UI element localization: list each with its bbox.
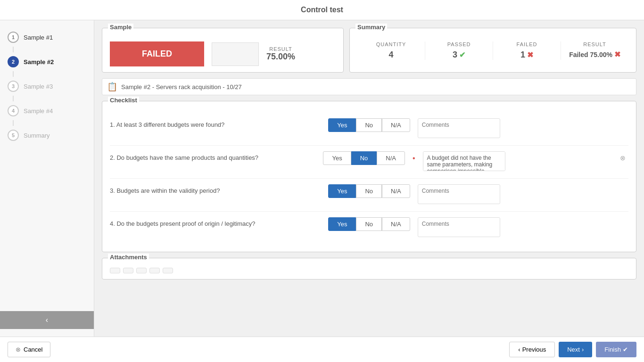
- answer-na-1[interactable]: N/A: [382, 118, 410, 132]
- step-circle-3: 3: [8, 81, 19, 92]
- comment-1[interactable]: [418, 118, 500, 138]
- checklist-item-2: 2. Do budgets have the same products and…: [110, 146, 628, 179]
- required-indicator-2: •: [413, 154, 415, 163]
- answer-no-4[interactable]: No: [356, 217, 382, 231]
- summary-legend: Summary: [355, 24, 387, 31]
- failed-value: 1 ✖: [499, 50, 555, 60]
- answer-yes-3[interactable]: Yes: [328, 184, 356, 198]
- attachment-btn-2[interactable]: [123, 268, 133, 273]
- finish-button[interactable]: Finish ✔: [596, 342, 636, 357]
- result-label: RESULT: [266, 46, 295, 52]
- footer-left: ⊗ Cancel: [8, 342, 50, 357]
- main-content: Sample FAILED RESULT 75.00% Summary QUAN…: [94, 20, 644, 337]
- step-circle-2: 2: [8, 56, 19, 67]
- checklist-legend: Checklist: [108, 97, 139, 104]
- step-circle-1: 1: [8, 32, 19, 43]
- sidebar: 1 Sample #1 2 Sample #2 3 Sample #3 4 Sa…: [0, 20, 94, 337]
- passed-check-icon: ✔: [459, 50, 465, 59]
- sidebar-label-4: Sample #4: [24, 107, 53, 115]
- quantity-value: 4: [363, 50, 419, 60]
- finish-label: Finish: [604, 346, 621, 353]
- attachment-btn-4[interactable]: [149, 268, 160, 273]
- step-circle-5: 5: [8, 130, 19, 141]
- top-row: Sample FAILED RESULT 75.00% Summary QUAN…: [102, 28, 636, 73]
- footer: ⊗ Cancel ‹ Previous Next › Finish ✔: [0, 337, 644, 362]
- comment-clear-2[interactable]: ⊗: [620, 154, 626, 162]
- sidebar-collapse-button[interactable]: ‹: [0, 311, 94, 329]
- sidebar-label-3: Sample #3: [24, 83, 53, 90]
- answer-na-4[interactable]: N/A: [382, 217, 410, 231]
- summary-failed: FAILED 1 ✖: [493, 41, 561, 60]
- sidebar-label-5: Summary: [24, 132, 50, 139]
- sidebar-item-sample3[interactable]: 3 Sample #3: [0, 77, 94, 96]
- sidebar-item-sample1[interactable]: 1 Sample #1: [0, 28, 94, 47]
- answer-yes-4[interactable]: Yes: [328, 217, 356, 231]
- sample-panel: Sample FAILED RESULT 75.00%: [102, 28, 344, 73]
- failed-label: FAILED: [499, 41, 555, 47]
- prev-chevron-icon: ‹: [518, 346, 520, 353]
- attachment-btn-5[interactable]: [163, 268, 173, 273]
- sample-legend: Sample: [108, 24, 133, 31]
- question-2: 2. Do budgets have the same products and…: [110, 151, 315, 161]
- answer-no-1[interactable]: No: [356, 118, 382, 132]
- comment-container-1: [418, 118, 628, 140]
- page-title: Control test: [0, 0, 644, 20]
- passed-label: PASSED: [431, 41, 487, 47]
- sidebar-item-summary[interactable]: 5 Summary: [0, 126, 94, 145]
- step-connector-1: [13, 47, 14, 52]
- passed-value: 3 ✔: [431, 50, 487, 60]
- result-cross-icon: ✖: [614, 50, 620, 59]
- breadcrumb: 📋 Sample #2 - Servers rack acquisition -…: [102, 78, 636, 95]
- question-3: 3. Budgets are within the validity perio…: [110, 184, 321, 194]
- comment-4[interactable]: [418, 217, 500, 237]
- attachment-btn-3[interactable]: [136, 268, 147, 273]
- answer-group-4: Yes No N/A: [328, 217, 410, 231]
- comment-container-2: A budget did not have the same parameter…: [423, 151, 628, 173]
- answer-yes-1[interactable]: Yes: [328, 118, 356, 132]
- sample-content: FAILED RESULT 75.00%: [110, 41, 336, 66]
- result-col-value: Failed 75.00% ✖: [567, 50, 623, 59]
- next-label: Next: [567, 346, 580, 353]
- finish-check-icon: ✔: [623, 346, 628, 353]
- sidebar-label-1: Sample #1: [24, 34, 53, 41]
- cancel-button[interactable]: ⊗ Cancel: [8, 342, 50, 357]
- failed-cross-icon: ✖: [527, 50, 533, 59]
- answer-no-2[interactable]: No: [351, 151, 377, 165]
- sidebar-item-sample4[interactable]: 4 Sample #4: [0, 101, 94, 120]
- answer-yes-2[interactable]: Yes: [323, 151, 351, 165]
- previous-button[interactable]: ‹ Previous: [509, 342, 555, 357]
- answer-no-3[interactable]: No: [356, 184, 382, 198]
- footer-right: ‹ Previous Next › Finish ✔: [509, 342, 636, 357]
- checklist-panel: Checklist 1. At least 3 different budget…: [102, 101, 636, 252]
- attachment-buttons: [110, 268, 628, 273]
- result-value: 75.00%: [266, 52, 295, 62]
- summary-quantity: QUANTITY 4: [357, 41, 425, 60]
- comment-container-4: [418, 217, 628, 239]
- checklist-items: 1. At least 3 different budgets were fou…: [110, 113, 628, 244]
- summary-content: QUANTITY 4 PASSED 3 ✔ FAILED 1: [357, 41, 628, 60]
- result-col-label: RESULT: [567, 41, 623, 47]
- answer-group-3: Yes No N/A: [328, 184, 410, 198]
- attachment-btn-1[interactable]: [110, 268, 120, 273]
- comment-2[interactable]: A budget did not have the same parameter…: [423, 151, 505, 171]
- step-connector-4: [13, 120, 14, 126]
- next-button[interactable]: Next ›: [559, 342, 592, 357]
- step-connector-3: [13, 96, 14, 101]
- next-chevron-icon: ›: [582, 346, 584, 353]
- sidebar-item-sample2[interactable]: 2 Sample #2: [0, 52, 94, 71]
- answer-na-2[interactable]: N/A: [377, 151, 405, 165]
- comment-3[interactable]: [418, 184, 500, 204]
- previous-label: Previous: [522, 346, 546, 353]
- answer-na-3[interactable]: N/A: [382, 184, 410, 198]
- passed-box: [212, 42, 259, 66]
- failed-button[interactable]: FAILED: [110, 41, 204, 66]
- cancel-label: Cancel: [24, 346, 42, 353]
- cancel-icon: ⊗: [16, 346, 21, 353]
- question-1: 1. At least 3 different budgets were fou…: [110, 118, 321, 128]
- attachments-panel: Attachments: [102, 258, 636, 280]
- quantity-label: QUANTITY: [363, 41, 419, 47]
- answer-group-2: Yes No N/A: [323, 151, 405, 165]
- checklist-item-3: 3. Budgets are within the validity perio…: [110, 179, 628, 212]
- checklist-item-4: 4. Do the budgets present proof of origi…: [110, 212, 628, 244]
- checklist-item-1: 1. At least 3 different budgets were fou…: [110, 113, 628, 146]
